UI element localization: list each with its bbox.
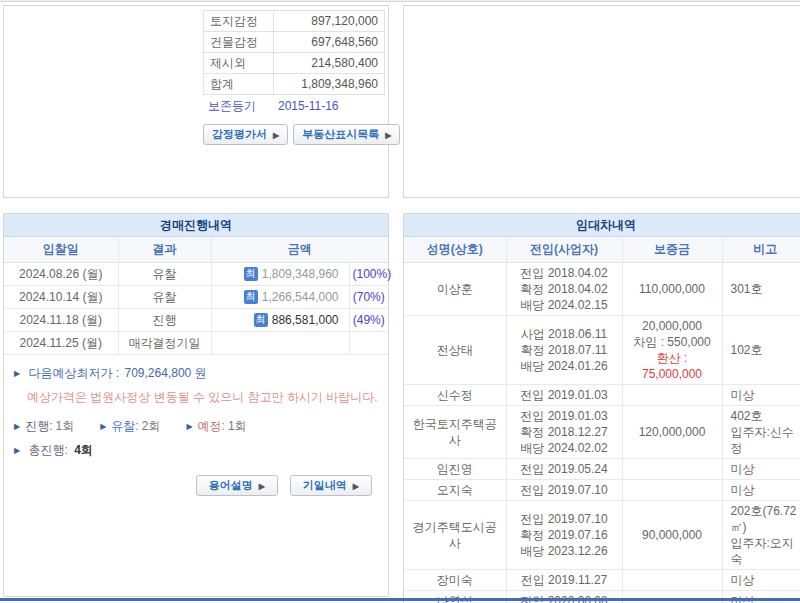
tenant-name: 경기주택도시공사 [404,500,506,569]
tenant-date-line: 전입 2019.07.10 [510,511,619,527]
min-price-badge-icon: 최 [254,313,268,327]
tenant-date-line: 배당 2023.12.26 [510,543,619,559]
price-change-notice: 예상가격은 법원사정상 변동될 수 있으니 참고만 하시기 바랍니다. [14,389,378,406]
tenant-deposit [622,590,722,603]
lease-row: 오지숙전입 2019.07.10미상 [404,479,800,500]
deposit-line: 환산 : 75,000,000 [626,350,719,382]
auction-header-row: 입찰일결과금액 [4,237,388,262]
bid-result: 유찰 [118,262,211,285]
bid-amount: 최1,266,544,000 [211,285,349,308]
auction-notes: ▶ 다음예상최저가 : 709,264,800 원 예상가격은 법원사정상 변동… [4,355,388,496]
tenant-date-line: 확정 2019.07.16 [510,527,619,543]
auction-row: 2024.10.14 (월)유찰최1,266,544,000(70%) [4,285,388,308]
arrow-right-icon: ▶ [273,131,279,140]
appraisal-row: 건물감정697,648,560 [204,32,385,53]
preservation-registry-date: 2015-11-16 [278,99,339,113]
bid-date: 2024.08.26 (월) [4,262,118,285]
bullet-icon: ▶ [14,446,20,455]
bid-date: 2024.11.25 (월) [4,331,118,354]
top-divider [0,0,800,2]
col-header-비고: 비고 [722,237,800,262]
lease-header-row: 성명(상호)전입(사업자)보증금비고 [404,237,800,262]
round-stat: ▶예정:1회 [186,419,246,433]
tenant-deposit [622,384,722,405]
tenant-dates: 전입 2019.07.10 [506,479,622,500]
tenant-dates: 전입 2019.07.10확정 2019.07.16배당 2023.12.26 [506,500,622,569]
tenant-name: 장미숙 [404,569,506,590]
tenant-dates: 전입 2019.01.03확정 2018.12.27배당 2024.02.02 [506,405,622,458]
lease-row: 임진영전입 2019.05.24미상 [404,458,800,479]
tenant-note: 미상 [722,384,800,405]
appraisal-value: 214,580,400 [274,53,385,74]
appraisal-panel: 토지감정897,120,000건물감정697,648,560제시외214,580… [3,5,389,198]
lease-row: 전상태사업 2018.06.11확정 2018.07.11배당 2024.01.… [404,315,800,384]
tenant-note: 미상 [722,569,800,590]
tenant-note: 202호(76.72㎡)입주자:오지숙 [722,500,800,569]
auction-round-stats: ▶진행:1회▶유찰:2회▶예정:1회 [14,418,378,435]
note-line: 미상 [731,461,800,477]
bullet-icon: ▶ [186,422,192,431]
total-rounds-value: 4회 [74,443,93,457]
tenant-dates: 전입 2018.04.02확정 2018.04.02배당 2024.02.15 [506,262,622,315]
tenant-dates: 전입 2020.06.08 [506,590,622,603]
lease-row: 신수정전입 2019.01.03미상 [404,384,800,405]
action-button-용어설명[interactable]: 용어설명▶ [196,475,278,496]
tenant-deposit: 20,000,000차임 : 550,000환산 : 75,000,000 [622,315,722,384]
next-min-price-line: ▶ 다음예상최저가 : 709,264,800 원 [14,365,378,382]
lease-row: 장미숙전입 2019.11.27미상 [404,569,800,590]
action-button-부동산표시목록[interactable]: 부동산표시목록▶ [293,124,400,145]
button-label: 부동산표시목록 [302,128,379,140]
action-button-기일내역[interactable]: 기일내역▶ [290,475,372,496]
lease-row: 이상훈전입 2018.04.02확정 2018.04.02배당 2024.02.… [404,262,800,315]
tenant-name: 이상훈 [404,262,506,315]
arrow-right-icon: ▶ [385,131,391,140]
tenant-deposit [622,458,722,479]
tenant-note: 301호 [722,262,800,315]
note-line: 입주자:신수정 [731,424,800,456]
lease-details-table: 성명(상호)전입(사업자)보증금비고 이상훈전입 2018.04.02확정 20… [404,237,800,603]
tenant-deposit [622,569,722,590]
tenant-date-line: 확정 2018.07.11 [510,342,619,358]
appraisal-label: 토지감정 [204,11,274,32]
total-rounds-line: ▶ 총진행: 4회 [14,442,378,459]
tenant-deposit: 90,000,000 [622,500,722,569]
min-price-badge-icon: 최 [244,267,258,281]
tenant-date-line: 전입 2019.01.03 [510,408,619,424]
preservation-registry-label: 보존등기 [208,99,256,113]
bid-amount: 최1,809,348,960 [211,262,349,285]
tenant-dates: 전입 2019.05.24 [506,458,622,479]
appraisal-label: 제시외 [204,53,274,74]
appraisal-button-row: 감정평가서▶부동산표시목록▶ [203,124,405,145]
appraisal-row: 제시외214,580,400 [204,53,385,74]
bottom-divider [0,598,800,601]
tenant-date-line: 전입 2019.05.24 [510,461,619,477]
arrow-right-icon: ▶ [259,482,265,491]
auction-row: 2024.11.18 (월)진행최886,581,000(49%) [4,308,388,331]
tenant-name: 오지숙 [404,479,506,500]
deposit-line: 120,000,000 [626,424,719,440]
tenant-date-line: 전입 2019.07.10 [510,482,619,498]
col-header-전입(사업자): 전입(사업자) [506,237,622,262]
bid-percent: (49%) [349,308,388,331]
action-button-감정평가서[interactable]: 감정평가서▶ [203,124,288,145]
bid-amount: 최886,581,000 [211,308,349,331]
tenant-date-line: 사업 2018.06.11 [510,326,619,342]
note-line: 미상 [731,387,800,403]
deposit-line: 110,000,000 [626,281,719,297]
tenant-name: 임진영 [404,458,506,479]
lease-row: 경기주택도시공사전입 2019.07.10확정 2019.07.16배당 202… [404,500,800,569]
note-line: 미상 [731,482,800,498]
next-min-price-label: 다음예상최저가 : [29,366,120,380]
tenant-name: 한국토지주택공사 [404,405,506,458]
tenant-date-line: 확정 2018.04.02 [510,281,619,297]
lease-row: 한국토지주택공사전입 2019.01.03확정 2018.12.27배당 202… [404,405,800,458]
tenant-note: 미상 [722,479,800,500]
note-line: 402호 [731,408,800,424]
col-header-보증금: 보증금 [622,237,722,262]
tenant-name: 나영식 [404,590,506,603]
auction-row: 2024.08.26 (월)유찰최1,809,348,960(100%) [4,262,388,285]
next-min-price-value: 709,264,800 원 [125,366,207,380]
round-stat-label: 예정: [198,419,225,433]
appraisal-row: 합계1,809,348,960 [204,74,385,95]
lease-details-title: 임대차내역 [404,214,800,237]
